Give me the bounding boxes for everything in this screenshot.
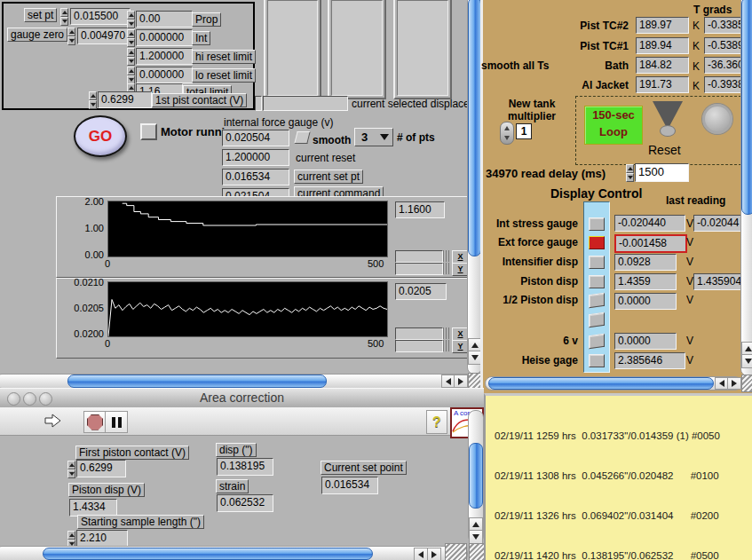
v-scrollbar[interactable] — [468, 410, 484, 543]
new-tank-field[interactable]: 1 — [516, 123, 532, 139]
loop-button[interactable]: 150-sec Loop — [584, 106, 643, 145]
chart1-y-scroll-bars[interactable] — [443, 263, 450, 274]
scroll-right-button[interactable] — [727, 377, 741, 390]
chart2-ytick-1: 0.0205 — [65, 303, 104, 313]
scrollbar-thumb[interactable] — [741, 0, 752, 215]
channel-unit: V — [686, 256, 693, 268]
scrollbar-thumb[interactable] — [469, 443, 483, 509]
scrollbar-thumb[interactable] — [67, 375, 327, 388]
window-resize-grip[interactable] — [741, 375, 752, 392]
scroll-left-button[interactable] — [414, 548, 428, 560]
chart2-xtick-0: 0 — [105, 338, 110, 349]
chart1-y-scroll-field[interactable] — [395, 263, 443, 275]
v-scrollbar[interactable] — [740, 0, 752, 376]
temp-value: 184.82 — [636, 57, 689, 74]
temp-label: Pist TC#2 — [501, 20, 629, 32]
current-set-point-label: Current set point — [321, 461, 407, 475]
y-scale-glyph: Y — [457, 264, 463, 273]
smooth-toggle[interactable] — [294, 131, 310, 144]
hi-reset-label: hi reset limit — [192, 50, 256, 64]
gauge-zero-label: gauge zero — [7, 28, 67, 42]
go-button[interactable]: GO — [74, 115, 127, 157]
h-scrollbar[interactable] — [0, 374, 482, 389]
read-delay-label: 34970 read delay (ms) — [486, 167, 606, 180]
motor-running-checkbox[interactable] — [140, 123, 157, 140]
read-delay-field[interactable]: 1500 — [635, 163, 689, 182]
scroll-right-button[interactable] — [454, 375, 468, 388]
prop-field[interactable]: 0.00 — [136, 11, 193, 28]
t-grads-header: T grads — [693, 4, 732, 16]
scrollbar-thumb[interactable] — [488, 377, 714, 390]
scroll-right-button[interactable] — [427, 548, 441, 560]
channel-toggle[interactable] — [589, 293, 605, 309]
first-piston-contact-label: First piston contact (V) — [75, 446, 189, 460]
temp-label: Al Jacket — [501, 79, 629, 91]
new-tank-spinner[interactable] — [500, 122, 514, 145]
scroll-down-button[interactable] — [469, 530, 483, 544]
current-set-point-field: 0.016534 — [321, 477, 378, 494]
funnel-icon[interactable] — [653, 101, 683, 137]
lo-reset-label: lo reset limit — [192, 68, 256, 83]
window-minimize-button[interactable] — [23, 392, 36, 406]
title-bar[interactable]: Area correction — [0, 388, 484, 409]
chart2-y-scroll-bars[interactable] — [443, 340, 450, 351]
help-button[interactable]: ? — [426, 410, 447, 434]
channel-toggle[interactable] — [589, 334, 605, 350]
run-button[interactable] — [44, 414, 62, 428]
area-correction-window: Area correction ? A corr First piston co… — [0, 388, 484, 560]
chart1-x-scroll-bars[interactable] — [443, 250, 450, 262]
h-scrollbar[interactable] — [485, 376, 742, 390]
first-piston-contact-spinner[interactable] — [67, 461, 75, 478]
main-control-window: set pt 0.015500 gauge zero 0.004970 0.00… — [0, 0, 480, 388]
loop-button-line1: 150-sec — [585, 106, 642, 123]
first-piston-contact-field[interactable]: 0.6299 — [76, 460, 126, 477]
channel-label: Ext force gauge — [470, 236, 578, 248]
set-pt-field[interactable]: 0.015500 — [70, 8, 131, 25]
pause-button[interactable] — [105, 411, 128, 433]
gauge-zero-spinner[interactable] — [67, 28, 75, 45]
first-contact-spinner[interactable] — [89, 91, 97, 109]
channel-toggle[interactable] — [589, 236, 605, 249]
log-line: 02/19/11 1326 hrs 0.069402"/0.031404 #02… — [495, 509, 752, 523]
h-scrollbar[interactable] — [0, 546, 468, 560]
lo-reset-spinner[interactable] — [127, 67, 135, 84]
window-close-button[interactable] — [7, 392, 20, 406]
abort-button[interactable] — [83, 411, 107, 433]
chart2-x-scroll-field[interactable] — [395, 327, 443, 340]
window-resize-grip[interactable] — [445, 543, 467, 560]
scroll-down-button[interactable] — [741, 354, 752, 368]
log-lines: 02/19/11 1259 hrs 0.031733"/0.014359 (1)… — [486, 396, 752, 560]
chart2-x-scroll-bars[interactable] — [443, 327, 450, 339]
temp-unit: K — [693, 60, 700, 73]
set-pt-spinner[interactable] — [60, 8, 68, 26]
channel-toggle[interactable] — [589, 217, 605, 231]
lo-reset-field[interactable]: 0.000000 — [136, 67, 193, 83]
channel-toggle[interactable] — [589, 256, 605, 269]
prop-spinner[interactable] — [127, 11, 135, 28]
chart1-ytick-1: 1.00 — [75, 223, 104, 233]
set-pt-label: set pt — [24, 8, 57, 22]
hi-reset-spinner[interactable] — [127, 48, 135, 66]
channel-toggle[interactable] — [589, 354, 605, 367]
channel-toggle[interactable] — [589, 275, 605, 288]
window-zoom-button[interactable] — [39, 392, 52, 406]
scrollbar-thumb[interactable] — [43, 548, 373, 560]
chart2-y-scroll-field[interactable] — [395, 340, 443, 352]
first-contact-field[interactable]: 0.6299 — [98, 91, 152, 108]
current-set-pt-value: 0.016534 — [222, 169, 289, 185]
int-field[interactable]: 0.000000 — [136, 29, 193, 46]
channel-toggle[interactable] — [589, 312, 605, 328]
int-spinner[interactable] — [127, 29, 135, 47]
stop-icon — [87, 414, 103, 430]
force-chart-readout: 0.0205 — [395, 283, 447, 300]
hi-reset-field[interactable]: 1.200000 — [136, 48, 193, 65]
command-chart-plot — [107, 201, 388, 257]
pause-icon — [112, 417, 115, 428]
num-pts-dropdown[interactable]: 3 — [354, 128, 393, 146]
channel-unit: V — [686, 294, 693, 306]
read-delay-spinner[interactable] — [626, 164, 634, 182]
chart1-x-scroll-field[interactable] — [395, 250, 443, 263]
sample-length-field[interactable]: 2.210 — [76, 530, 128, 548]
current-reset-label: current reset — [296, 152, 355, 164]
displacement-list-box — [264, 0, 321, 99]
